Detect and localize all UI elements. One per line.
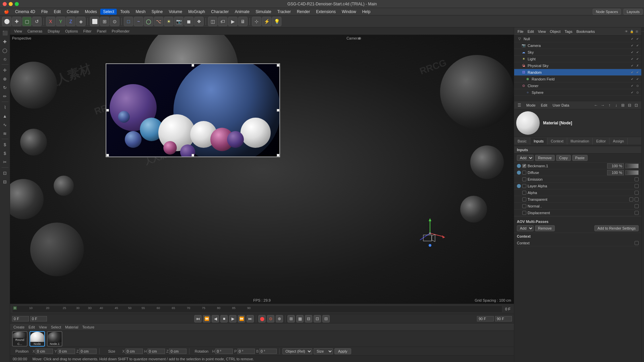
tool-knife[interactable]: ✂ <box>1 158 9 166</box>
alpha-cb2[interactable] <box>635 191 639 195</box>
mat-tab-edit[interactable]: Edit <box>27 324 36 330</box>
layer-alpha-checkbox[interactable] <box>522 184 526 188</box>
toolbar-tag[interactable]: 🏷 <box>218 17 227 26</box>
hier-item-sphere[interactable]: ○ Sphere ✔ ⊙ <box>514 89 641 96</box>
viewport[interactable]: 人人素材 RRCG 人人素材 RRCG 人人素材 <box>10 35 514 304</box>
motion-clip[interactable]: ▦ <box>296 315 304 322</box>
tool-select-mesh[interactable]: ✚ <box>1 38 9 46</box>
hier-item-cloner[interactable]: ⊙ Cloner ✔ ⊙ <box>514 82 641 89</box>
tool-mspline[interactable]: ∿ <box>1 121 9 129</box>
inputs-remove-btn[interactable]: Remove <box>535 155 555 161</box>
mat-tab-material[interactable]: Material <box>64 324 79 330</box>
tool-move[interactable]: ✛ <box>1 66 9 74</box>
physky-vis-2[interactable]: ✗ <box>635 63 640 68</box>
toolbar-material[interactable]: ◫ <box>208 17 217 26</box>
toolbar-new[interactable]: ⚪ <box>2 17 11 26</box>
viewport-tab-filter[interactable]: Filter <box>81 28 93 34</box>
next-frame[interactable]: ⏩ <box>238 315 245 322</box>
hier-item-camera[interactable]: 📷 Camera ✔ ✔ <box>514 42 641 49</box>
props-fwd-arrow[interactable]: → <box>600 102 606 108</box>
rand-vis-1[interactable]: ✔ <box>630 70 635 75</box>
rfield-vis-2[interactable]: ✔ <box>635 77 640 81</box>
viewport-tab-options[interactable]: Options <box>63 28 80 34</box>
props-up-arrow[interactable]: ↑ <box>606 102 612 108</box>
props-extra1[interactable]: ⊞ <box>620 102 626 108</box>
cam-vis-1[interactable]: ✔ <box>630 43 635 48</box>
mat-swatch-round[interactable]: Round C... <box>12 331 28 347</box>
toolbar-move[interactable]: ⬜ <box>90 17 99 26</box>
play-back[interactable]: ◀ <box>212 315 219 322</box>
mat-tab-create[interactable]: Create <box>12 324 26 330</box>
play-to-end[interactable]: ⏭ <box>247 315 254 322</box>
null-vis-1[interactable]: ✔ <box>630 37 635 41</box>
emission-checkbox[interactable] <box>522 177 526 181</box>
hier-edit[interactable]: Edit <box>526 29 535 34</box>
hier-item-physky[interactable]: 🌤 Physical Sky ✔ ✗ <box>514 62 641 69</box>
inputs-paste-btn[interactable]: Paste <box>572 155 588 161</box>
normal-checkbox[interactable] <box>522 204 526 208</box>
aov-remove-btn[interactable]: Remove <box>535 225 555 231</box>
toolbar-y[interactable]: Y <box>56 17 65 26</box>
menu-window[interactable]: Window <box>339 9 359 15</box>
menu-apple[interactable]: 🍎 <box>1 9 12 15</box>
menu-spline[interactable]: Spline <box>149 9 165 15</box>
displace-checkbox[interactable] <box>522 211 526 215</box>
tool-select-edge[interactable]: ⎋ <box>1 55 9 63</box>
toolbar-z[interactable]: Z <box>66 17 75 26</box>
hier-tags[interactable]: Tags <box>563 29 574 34</box>
mat-props-basic[interactable]: Basic <box>514 138 530 144</box>
maximize-button[interactable] <box>15 2 19 6</box>
tool-poly[interactable]: ▲ <box>1 112 9 120</box>
hier-item-sky[interactable]: ☁ Sky ✔ ✔ <box>514 49 641 56</box>
toolbar-open[interactable]: ✚ <box>12 17 21 26</box>
props-back-arrow[interactable]: ← <box>593 102 599 108</box>
toolbar-snap[interactable]: ⊹ <box>252 17 261 26</box>
mat-props-context[interactable]: Context <box>547 138 567 144</box>
menu-mesh[interactable]: Mesh <box>133 9 148 15</box>
alpha-checkbox[interactable] <box>522 191 526 195</box>
play-to-start[interactable]: ⏮ <box>194 315 202 322</box>
beckmann-checkbox[interactable]: ✔ <box>522 164 526 168</box>
trans-cb2[interactable] <box>629 197 633 201</box>
end-frame-input[interactable] <box>477 316 494 321</box>
tool-snapping[interactable]: ⊡ <box>1 169 9 177</box>
toolbar-obj[interactable]: □ <box>124 17 133 26</box>
snap-key[interactable]: ⊞ <box>287 315 295 322</box>
menu-edit[interactable]: Edit <box>51 9 63 15</box>
toolbar-render-preview[interactable]: ▶ <box>228 17 237 26</box>
toolbar-undo[interactable]: ↺ <box>32 17 42 26</box>
layouts-dropdown[interactable]: Layouts <box>624 9 643 15</box>
viewport-tab-cameras[interactable]: Cameras <box>25 28 45 34</box>
tool-walk[interactable]: $ <box>1 140 9 148</box>
stop[interactable]: ■ <box>220 315 228 322</box>
displace-cb2[interactable] <box>635 211 639 215</box>
props-down-arrow[interactable]: ↓ <box>613 102 619 108</box>
node-spaces-dropdown[interactable]: Node Spaces <box>593 9 621 15</box>
sphere-vis-1[interactable]: ✔ <box>630 90 635 95</box>
size-z-input[interactable] <box>169 349 186 354</box>
auto-key[interactable]: ⊕ <box>276 315 283 322</box>
toolbar-rotate[interactable]: ⊙ <box>110 17 119 26</box>
hier-item-randomfield[interactable]: ⊕ Random Field ✔ ✔ <box>514 76 641 82</box>
hier-object[interactable]: Object <box>548 29 562 34</box>
tool-create-spline[interactable]: ⌇ <box>1 103 9 111</box>
inputs-add-dropdown[interactable]: Add <box>517 155 534 161</box>
rfield-vis-1[interactable]: ✔ <box>630 77 635 81</box>
vis-btn-2[interactable]: 🔒 <box>629 29 634 34</box>
menu-animate[interactable]: Animate <box>232 9 252 15</box>
diffuse-pct-input[interactable] <box>607 170 624 175</box>
tool-select-point[interactable]: ◯ <box>1 46 9 54</box>
mat-tab-texture[interactable]: Texture <box>81 324 96 330</box>
timeline-mgr[interactable]: ⊡ <box>314 315 321 322</box>
menu-modes[interactable]: Modes <box>82 9 100 15</box>
menu-character[interactable]: Character <box>208 9 231 15</box>
tool-smooth[interactable]: ≋ <box>1 129 9 137</box>
cam-vis-2[interactable]: ✔ <box>635 43 640 48</box>
play-fwd[interactable]: ▶ <box>229 315 236 322</box>
toolbar-spline[interactable]: ~ <box>134 17 143 26</box>
prev-frame[interactable]: ⏪ <box>203 315 210 322</box>
null-vis-2[interactable]: ✔ <box>635 37 640 41</box>
props-nav-back[interactable]: ☰ <box>516 102 522 108</box>
sky-vis-1[interactable]: ✔ <box>630 50 635 55</box>
toolbar-light[interactable]: ☀ <box>164 17 173 26</box>
